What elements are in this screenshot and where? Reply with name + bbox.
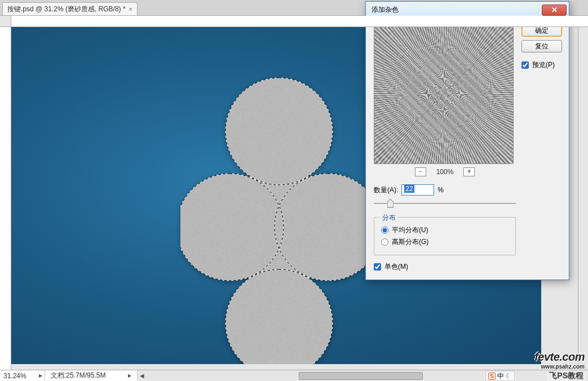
- add-noise-dialog: 添加杂色 ✕ - 100% + 数量(A): 22: [365, 1, 569, 280]
- radio-uniform[interactable]: 平均分布(U): [381, 225, 510, 235]
- app-root: 按键.psd @ 31.2% (磨砂质感, RGB/8) * ×: [0, 0, 588, 381]
- preview-box[interactable]: [374, 24, 514, 164]
- preview-check[interactable]: 预览(P): [521, 60, 562, 70]
- zoom-in-button[interactable]: +: [463, 167, 475, 176]
- horizontal-scrollbar[interactable]: ◀: [138, 370, 588, 381]
- status-doc-label: 文档:25.7M/95.5M: [51, 371, 105, 380]
- scroll-thumb[interactable]: [299, 372, 423, 380]
- radio-gauss-label: 高斯分布(G): [392, 237, 428, 247]
- amount-unit: %: [437, 186, 444, 194]
- dialog-left-panel: - 100% + 数量(A): 22 %: [374, 24, 516, 272]
- chevron-right-icon[interactable]: ▶: [128, 373, 131, 378]
- distribution-group: 分布 平均分布(U) 高斯分布(G): [374, 217, 516, 255]
- ruler-corner: [0, 16, 11, 27]
- clover-shape: [180, 75, 378, 364]
- ruler-vertical[interactable]: [0, 16, 11, 370]
- svg-marker-11: [387, 199, 394, 207]
- preview-zoom-row: - 100% +: [374, 167, 516, 176]
- radio-gauss-input[interactable]: [381, 238, 388, 246]
- status-zoom[interactable]: 31.24% ▶: [0, 370, 45, 381]
- mono-check-input[interactable]: [374, 263, 381, 271]
- ime-indicator[interactable]: S 中 ☾: [485, 371, 515, 381]
- status-zoom-value: 31.24%: [3, 372, 26, 380]
- amount-row: 数量(A): 22 %: [374, 184, 516, 196]
- slider-thumb[interactable]: [387, 199, 394, 208]
- zoom-out-button[interactable]: -: [415, 167, 426, 176]
- svg-rect-5: [180, 75, 378, 364]
- zoom-value: 100%: [436, 168, 454, 176]
- radio-uniform-label: 平均分布(U): [392, 225, 428, 235]
- ime-badge: S: [488, 373, 496, 380]
- ime-text: 中: [497, 371, 504, 381]
- status-doc-info[interactable]: 文档:25.7M/95.5M ▶: [45, 370, 138, 381]
- document-tab-label: 按键.psd @ 31.2% (磨砂质感, RGB/8) *: [7, 5, 126, 14]
- amount-label: 数量(A):: [374, 185, 398, 195]
- slider-track: [374, 203, 516, 204]
- radio-uniform-input[interactable]: [381, 227, 388, 234]
- amount-input[interactable]: 22: [401, 184, 434, 196]
- ruler-horizontal[interactable]: [0, 16, 588, 27]
- amount-slider[interactable]: [374, 198, 516, 209]
- dialog-body: - 100% + 数量(A): 22 %: [366, 19, 569, 280]
- chevron-right-icon[interactable]: ▶: [39, 373, 42, 378]
- preview-check-label: 预览(P): [532, 60, 555, 70]
- moon-icon: ☾: [506, 372, 512, 380]
- amount-value: 22: [404, 185, 414, 193]
- close-icon[interactable]: ×: [129, 6, 132, 12]
- vertical-scrollbar[interactable]: [578, 27, 588, 364]
- dialog-right-panel: 确定 复位 预览(P): [521, 24, 562, 272]
- scroll-left-icon[interactable]: ◀: [138, 373, 147, 379]
- close-icon: ✕: [551, 6, 558, 14]
- mono-check[interactable]: 单色(M): [374, 262, 516, 272]
- group-title: 分布: [380, 213, 398, 223]
- reset-button[interactable]: 复位: [521, 40, 562, 52]
- close-button[interactable]: ✕: [542, 5, 567, 16]
- dialog-title: 添加杂色: [372, 5, 542, 15]
- document-tab[interactable]: 按键.psd @ 31.2% (磨砂质感, RGB/8) * ×: [2, 2, 138, 15]
- preview-check-input[interactable]: [521, 61, 529, 69]
- radio-gauss[interactable]: 高斯分布(G): [381, 237, 510, 247]
- mono-check-label: 单色(M): [384, 262, 408, 272]
- preview-noise-image: [374, 25, 513, 163]
